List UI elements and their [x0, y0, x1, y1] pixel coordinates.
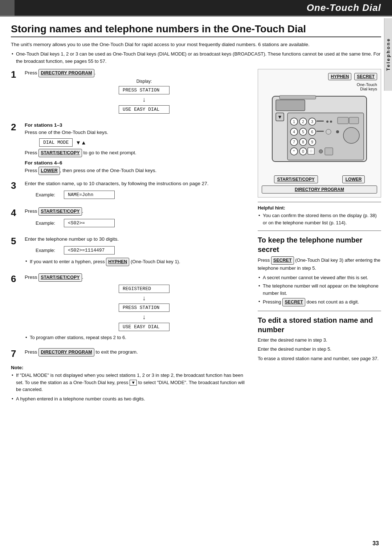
- step-1-label: Press DIRECTORY PROGRAM.: [25, 69, 249, 77]
- step-1-display-label: Display:: [136, 79, 152, 84]
- hyphen-key-5: HYPHEN: [106, 258, 129, 266]
- svg-point-39: [319, 150, 323, 153]
- svg-point-26: [343, 127, 359, 143]
- step-6: 6 Press START/SET/COPY. REGISTERED ↓ PRE…: [11, 273, 249, 343]
- lower-machine-btn: LOWER: [342, 175, 365, 183]
- header-title: One-Touch Dial: [307, 2, 381, 13]
- secret-bullet-3: Pressing SECRET does not count as a digi…: [263, 298, 381, 306]
- step-5-example-label: Example:: [36, 248, 61, 253]
- step-2-number: 2: [11, 122, 21, 132]
- secret-key-inline: SECRET: [271, 256, 294, 265]
- step-3-content: Enter the station name, up to 10 charact…: [25, 180, 249, 202]
- secret-btn-label: SECRET: [354, 73, 377, 80]
- step-2-stations46-title: For stations 4–6: [25, 160, 62, 166]
- step-6-arrow-1: ↓: [143, 294, 146, 302]
- note-section: Note: If "DIAL MODE" is not displayed wh…: [11, 365, 249, 402]
- main-content: Storing names and telephone numbers in t…: [0, 17, 392, 415]
- start-set-copy-key-6: START/SET/COPY: [38, 273, 82, 282]
- secret-bullet-2: The telephone number will not appear on …: [263, 282, 381, 297]
- start-set-copy-machine-btn: START/SET/COPY: [274, 175, 318, 183]
- step-3: 3 Enter the station name, up to 10 chara…: [11, 180, 249, 202]
- lower-key-2: LOWER: [38, 167, 60, 175]
- dir-program-machine-btn: DIRECTORY PROGRAM: [262, 186, 377, 194]
- svg-text:8: 8: [302, 140, 304, 144]
- step-4-number: 4: [11, 208, 21, 217]
- section-edit: To edit a stored station name and number…: [258, 315, 381, 362]
- step-6-display-use-easy: USE EASY DIAL: [119, 323, 170, 331]
- step-5-example: Example: <S02>=1114497: [36, 245, 249, 256]
- svg-rect-1: [279, 95, 316, 99]
- intro-bullet: One-Touch Dial keys 1, 2 or 3 can be use…: [16, 50, 381, 65]
- section-edit-text1: Enter the desired name in step 3.: [258, 337, 381, 344]
- step-6-label: Press START/SET/COPY.: [25, 273, 249, 282]
- step-5-example-box: <S02>=1114497: [64, 246, 115, 254]
- secret-key-bullet: SECRET: [282, 298, 305, 306]
- fax-svg: ▼ 1 2 3: [262, 93, 377, 172]
- svg-rect-40: [325, 148, 333, 155]
- step-3-example-box: NAME=John: [64, 191, 115, 199]
- step-2: 2 For stations 1–3 Press one of the One-…: [11, 122, 249, 175]
- step-1: 1 Press DIRECTORY PROGRAM. Display: PRES…: [11, 69, 249, 116]
- svg-text:6: 6: [311, 130, 313, 134]
- section-secret: To keep the telephone number secret Pres…: [258, 235, 381, 306]
- svg-text:2: 2: [302, 120, 304, 124]
- step-1-display-box-1: PRESS STATION: [119, 86, 170, 94]
- svg-point-25: [336, 130, 339, 133]
- two-col-layout: 1 Press DIRECTORY PROGRAM. Display: PRES…: [11, 69, 381, 404]
- svg-rect-2: [276, 100, 305, 111]
- step-5-label: Enter the telephone number up to 30 digi…: [25, 236, 249, 243]
- step-2-arrows: ▼▲: [75, 139, 86, 146]
- step-2-label: For stations 1–3 Press one of the One-To…: [25, 122, 249, 137]
- sidebar-label: Telephone: [385, 38, 391, 71]
- right-column: HYPHEN SECRET One-TouchDial keys: [258, 69, 381, 404]
- step-1-arrow-1: ↓: [143, 96, 146, 104]
- step-4-content: Press START/SET/COPY. Example: <S02>=: [25, 207, 249, 231]
- step-2-content: For stations 1–3 Press one of the One-To…: [25, 122, 249, 175]
- step-6-number: 6: [11, 274, 21, 284]
- step-1-display: Display: PRESS STATION ↓ USE EASY DIAL: [39, 79, 249, 115]
- section-secret-title: To keep the telephone number secret: [258, 235, 381, 254]
- start-set-copy-key-2: START/SET/COPY: [38, 149, 82, 157]
- note-bullet-1: If "DIAL MODE" is not displayed when you…: [16, 372, 249, 393]
- step-3-label: Enter the station name, up to 10 charact…: [25, 180, 249, 187]
- page-number: 33: [372, 540, 379, 547]
- section-edit-title: To edit a stored station name and number: [258, 315, 381, 334]
- svg-rect-15: [338, 117, 348, 124]
- hint-box: Helpful hint: You can confirm the stored…: [258, 202, 381, 226]
- svg-text:0: 0: [302, 150, 304, 154]
- directory-program-key-7: DIRECTORY PROGRAM: [38, 348, 94, 357]
- section-edit-text2: Enter the desired number in step 5.: [258, 346, 381, 353]
- step-7-label: Press DIRECTORY PROGRAM to exit the prog…: [25, 348, 249, 357]
- step-5-bullet: If you want to enter a hyphen, press HYP…: [30, 258, 249, 266]
- note-bullet-2: A hyphen entered in a telephone number c…: [16, 395, 249, 403]
- machine-top-labels: HYPHEN SECRET: [262, 73, 377, 80]
- step-2-stations46: For stations 4–6 Press LOWER, then press…: [25, 159, 249, 175]
- step-4-example: Example: <S02>=: [36, 217, 249, 229]
- directory-program-key-1: DIRECTORY PROGRAM: [38, 69, 94, 77]
- step-4-label: Press START/SET/COPY.: [25, 207, 249, 216]
- step-4: 4 Press START/SET/COPY. Example: <S02>=: [11, 207, 249, 231]
- svg-rect-16: [349, 117, 359, 124]
- step-3-example-label: Example:: [36, 192, 61, 197]
- step-4-example-box: <S02>=: [64, 219, 115, 227]
- section-edit-text3: To erase a stored station name and numbe…: [258, 355, 381, 362]
- step-6-display-registered: REGISTERED: [119, 285, 170, 293]
- step-3-example: Example: NAME=John: [36, 189, 249, 200]
- intro-text: The unit's memory allows you to use the …: [11, 41, 381, 48]
- step-4-example-label: Example:: [36, 220, 61, 226]
- step-6-content: Press START/SET/COPY. REGISTERED ↓ PRESS…: [25, 273, 249, 343]
- svg-point-14: [330, 121, 332, 123]
- fax-machine-svg: ▼ 1 2 3: [269, 93, 370, 172]
- section-secret-text: Press SECRET (One-Touch Dial key 3) afte…: [258, 256, 381, 272]
- step-2-press: Press START/SET/COPY to go to the next p…: [25, 149, 249, 157]
- step-1-number: 1: [11, 70, 21, 79]
- step-2-dialmode-box: DIAL MODE: [39, 138, 73, 147]
- hint-bullet: You can confirm the stored items on the …: [263, 212, 381, 226]
- step-5-number: 5: [11, 236, 21, 246]
- step-2-subtitle: For stations 1–3: [25, 122, 62, 128]
- svg-text:9: 9: [311, 140, 313, 144]
- machine-bottom-buttons: START/SET/COPY LOWER: [262, 175, 377, 183]
- step-5: 5 Enter the telephone number up to 30 di…: [11, 236, 249, 268]
- step-6-display-press-station: PRESS STATION: [119, 304, 170, 312]
- svg-point-13: [326, 121, 328, 123]
